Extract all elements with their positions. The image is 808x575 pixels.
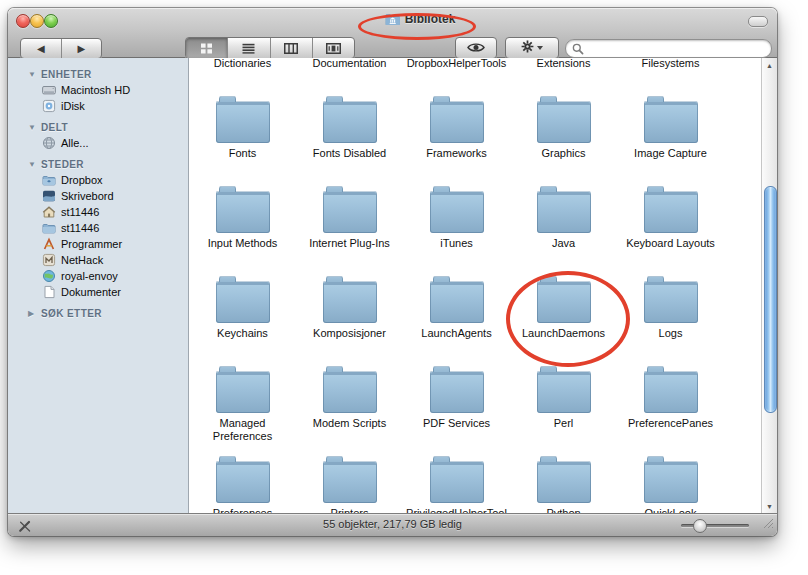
folder-icon xyxy=(430,191,484,233)
folder-label: Frameworks xyxy=(405,147,509,160)
applications-icon xyxy=(42,237,56,251)
folder-item-modem-scripts[interactable]: Modem Scripts xyxy=(296,366,403,456)
scroll-up-arrow-icon[interactable]: ▲ xyxy=(762,59,777,71)
minimize-button[interactable] xyxy=(30,14,44,28)
folder-item-frameworks[interactable]: Frameworks xyxy=(403,96,510,186)
folder-item-launchdaemons[interactable]: LaunchDaemons xyxy=(510,276,617,366)
sidebar-item-nethack[interactable]: NetHack xyxy=(8,252,188,268)
sidebar-item-label: Macintosh HD xyxy=(61,84,130,96)
folder-item-launchagents[interactable]: LaunchAgents xyxy=(403,276,510,366)
folder-item-image-capture[interactable]: Image Capture xyxy=(617,96,724,186)
sidebar-item-st11446[interactable]: st11446 xyxy=(8,204,188,220)
view-mode-list-view[interactable] xyxy=(227,38,269,58)
folder-item-managed-preferences[interactable]: Managed Preferences xyxy=(189,366,296,456)
action-menu-button[interactable] xyxy=(505,37,559,59)
quicklook-button[interactable] xyxy=(455,37,497,59)
folder-label: Filesystems xyxy=(619,58,723,70)
folder-item-keyboard-layouts[interactable]: Keyboard Layouts xyxy=(617,186,724,276)
sidebar-item-label: Programmer xyxy=(61,238,122,250)
folder-item-fonts[interactable]: Fonts xyxy=(189,96,296,186)
view-mode-column-view[interactable] xyxy=(270,38,312,58)
sidebar-item-skrivebord[interactable]: Skrivebord xyxy=(8,188,188,204)
sidebar-section-delt: ▼DELTAlle... xyxy=(8,119,188,151)
folder-label: Fonts Disabled xyxy=(298,147,402,160)
resize-grip[interactable] xyxy=(762,515,774,533)
sidebar-item-label: st11446 xyxy=(61,206,99,218)
sidebar-item-st11446[interactable]: st11446 xyxy=(8,220,188,236)
folder-icon xyxy=(323,371,377,413)
folder-item-komposisjoner[interactable]: Komposisjoner xyxy=(296,276,403,366)
sidebar-item-royal-envoy[interactable]: royal-envoy xyxy=(8,268,188,284)
back-button[interactable]: ◀ xyxy=(21,39,61,58)
close-button[interactable] xyxy=(16,14,30,28)
folder-item-java[interactable]: Java xyxy=(510,186,617,276)
sidebar-section-header-delt[interactable]: ▼DELT xyxy=(8,119,188,135)
folder-item-python[interactable]: Python xyxy=(510,456,617,513)
forward-button[interactable]: ▶ xyxy=(61,39,102,58)
folder-item-quicklook[interactable]: QuickLook xyxy=(617,456,724,513)
sidebar-item-idisk[interactable]: iDisk xyxy=(8,98,188,114)
scroll-down-arrow-icon[interactable]: ▼ xyxy=(762,500,777,512)
folder-item-perl[interactable]: Perl xyxy=(510,366,617,456)
folder-icon xyxy=(430,101,484,143)
view-mode-icon-view[interactable] xyxy=(186,38,227,58)
icon-size-slider[interactable] xyxy=(681,524,749,527)
folder-item-keychains[interactable]: Keychains xyxy=(189,276,296,366)
folder-item-pdf-services[interactable]: PDF Services xyxy=(403,366,510,456)
sidebar-item-alle[interactable]: Alle... xyxy=(8,135,188,151)
sidebar-section-header-steder[interactable]: ▼STEDER xyxy=(8,156,188,172)
folder-item-internet-plug-ins[interactable]: Internet Plug-Ins xyxy=(296,186,403,276)
window-body: ▼ENHETERMacintosh HDiDisk▼DELTAlle...▼ST… xyxy=(8,58,777,513)
search-input[interactable] xyxy=(587,42,771,55)
sidebar-item-label: iDisk xyxy=(61,100,85,112)
sidebar-item-macintosh-hd[interactable]: Macintosh HD xyxy=(8,82,188,98)
folder-item-filesystems[interactable]: Filesystems xyxy=(617,58,724,96)
desktop-icon xyxy=(42,189,56,203)
sidebar-item-programmer[interactable]: Programmer xyxy=(8,236,188,252)
toolbar-toggle-button[interactable] xyxy=(748,16,768,27)
disclosure-open-icon[interactable]: ▼ xyxy=(28,123,36,132)
folder-icon xyxy=(323,281,377,323)
disclosure-closed-icon[interactable]: ▶ xyxy=(28,309,36,318)
sidebar-section-header-s-k-etter[interactable]: ▶SØK ETTER xyxy=(8,305,188,321)
list-view-icon xyxy=(242,43,255,54)
view-mode-control xyxy=(185,37,355,59)
folder-item-input-methods[interactable]: Input Methods xyxy=(189,186,296,276)
disclosure-open-icon[interactable]: ▼ xyxy=(28,160,36,169)
folder-item-preferencepanes[interactable]: PreferencePanes xyxy=(617,366,724,456)
zoom-button[interactable] xyxy=(44,14,58,28)
folder-item-privilegedhelpertools[interactable]: PrivilegedHelperTools xyxy=(403,456,510,513)
folder-item-itunes[interactable]: iTunes xyxy=(403,186,510,276)
folder-item-fonts-disabled[interactable]: Fonts Disabled xyxy=(296,96,403,186)
folder-icon xyxy=(644,461,698,503)
folder-item-extensions[interactable]: Extensions xyxy=(510,58,617,96)
library-folder-icon xyxy=(385,12,401,26)
column-view-icon xyxy=(284,43,298,54)
folder-item-dropboxhelpertools[interactable]: DropboxHelperTools xyxy=(403,58,510,96)
folder-icon xyxy=(644,371,698,413)
sidebar-section-label: STEDER xyxy=(41,159,84,170)
slider-knob[interactable] xyxy=(693,519,707,533)
folder-label: Extensions xyxy=(512,58,616,70)
app-icon xyxy=(42,253,56,267)
sidebar-item-dokumenter[interactable]: Dokumenter xyxy=(8,284,188,300)
folder-icon xyxy=(537,101,591,143)
title-toolbar: Bibliotek ◀ ▶ xyxy=(8,8,777,58)
scrollbar-thumb[interactable] xyxy=(764,186,777,413)
folder-item-printers[interactable]: Printers xyxy=(296,456,403,513)
view-mode-coverflow-view[interactable] xyxy=(312,38,354,58)
folder-item-dictionaries[interactable]: Dictionaries xyxy=(189,58,296,96)
sidebar-item-dropbox[interactable]: Dropbox xyxy=(8,172,188,188)
folder-icon xyxy=(323,101,377,143)
folder-label: Modem Scripts xyxy=(298,417,402,430)
vertical-scrollbar[interactable]: ▲ ▼ xyxy=(761,58,777,513)
folder-item-documentation[interactable]: Documentation xyxy=(296,58,403,96)
disclosure-open-icon[interactable]: ▼ xyxy=(28,70,36,79)
nav-buttons: ◀ ▶ xyxy=(20,38,102,59)
sidebar: ▼ENHETERMacintosh HDiDisk▼DELTAlle...▼ST… xyxy=(8,58,189,513)
sidebar-section-header-enheter[interactable]: ▼ENHETER xyxy=(8,66,188,82)
folder-item-logs[interactable]: Logs xyxy=(617,276,724,366)
globe-green-icon xyxy=(42,269,56,283)
folder-item-preferences[interactable]: Preferences xyxy=(189,456,296,513)
folder-item-graphics[interactable]: Graphics xyxy=(510,96,617,186)
